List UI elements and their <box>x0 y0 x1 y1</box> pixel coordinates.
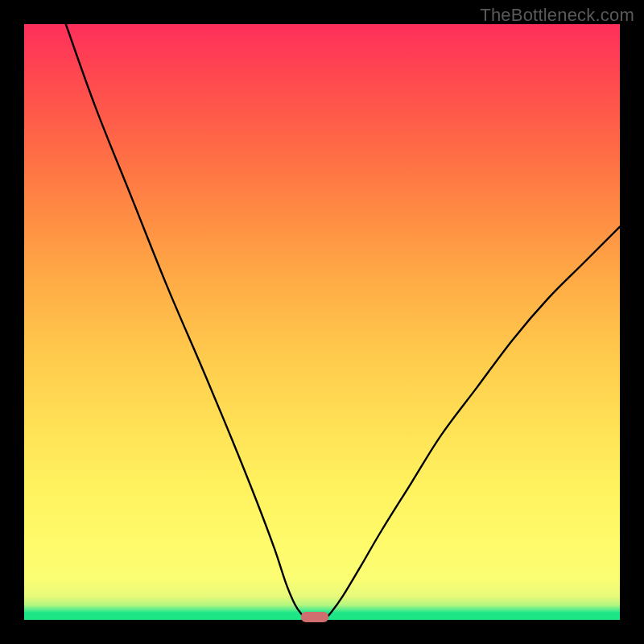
plot-area <box>24 24 620 620</box>
chart-frame: TheBottleneck.com <box>0 0 644 644</box>
curve-right-branch <box>324 227 620 620</box>
curve-left-branch <box>66 24 308 620</box>
floor-marker <box>301 612 328 622</box>
bottleneck-curve <box>24 24 620 620</box>
watermark-text: TheBottleneck.com <box>480 5 634 26</box>
